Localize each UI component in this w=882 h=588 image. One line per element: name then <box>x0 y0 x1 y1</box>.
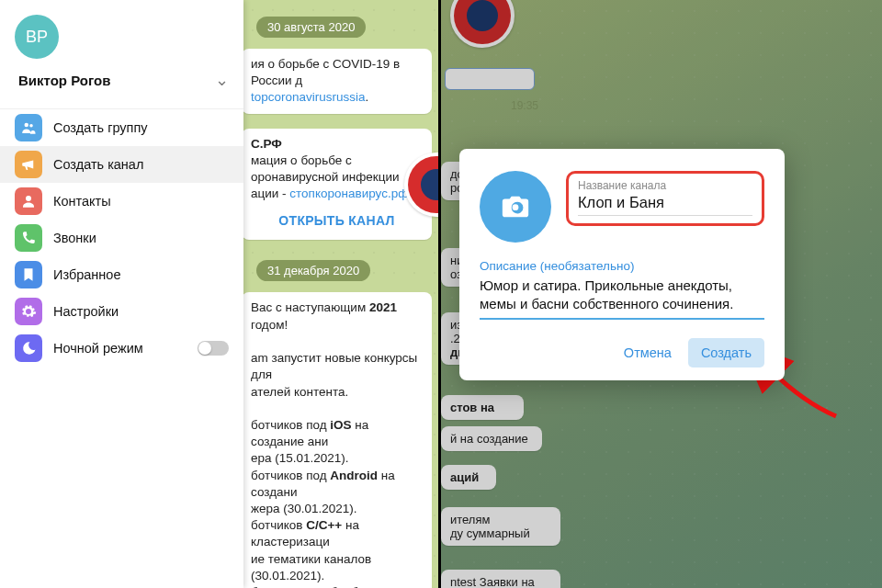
camera-icon <box>500 191 531 222</box>
channel-name-label: Название канала <box>578 179 752 192</box>
gear-icon <box>15 298 42 325</box>
channel-name-field-highlight: Название канала <box>566 171 764 226</box>
create-button[interactable]: Создать <box>688 338 764 368</box>
bold: Android <box>330 469 378 482</box>
sidebar-item-label: Ночной режим <box>53 341 143 356</box>
msg-text: годом! <box>251 318 288 332</box>
channel-name-input[interactable] <box>578 194 752 216</box>
date-chip: 30 августа 2020 <box>256 17 366 38</box>
sidebar-item-label: Создать канал <box>53 157 143 172</box>
sidebar-item-create-group[interactable]: Создать группу <box>0 109 243 146</box>
cancel-button[interactable]: Отмена <box>611 338 684 368</box>
sidebar-item-label: Создать группу <box>53 120 148 135</box>
user-name: Виктор Рогов <box>18 73 110 88</box>
msg-text: оронавирусной инфекции <box>251 170 400 184</box>
msg-text: ателей контента. <box>251 385 348 399</box>
message-bubble: С.РФ мация о борьбе с оронавирусной инфе… <box>242 129 432 241</box>
sidebar-item-label: Настройки <box>53 304 119 319</box>
group-icon <box>15 114 42 141</box>
msg-text: ботчиков <box>251 518 306 532</box>
night-mode-toggle[interactable] <box>198 341 229 356</box>
open-channel-button[interactable]: ОТКРЫТЬ КАНАЛ <box>251 203 423 233</box>
sidebar-item-label: Звонки <box>53 231 96 245</box>
create-channel-modal: Название канала Описание (необязательно)… <box>459 149 785 380</box>
msg-text: ботчиков под <box>251 469 330 482</box>
link[interactable]: topcoronavirusrussia <box>251 90 366 104</box>
msg-text: ботчиков под <box>251 418 330 432</box>
msg-text: жера (30.01.2021). <box>251 502 357 515</box>
channel-photo-button[interactable] <box>480 171 551 243</box>
bold: iOS <box>330 418 351 432</box>
year: 2021 <box>369 300 397 314</box>
sidebar-item-night-mode[interactable]: Ночной режим <box>0 330 243 367</box>
message-bubble: ия о борьбе с COVID-19 в России д topcor… <box>242 49 432 114</box>
sidebar-item-saved[interactable]: Избранное <box>0 256 243 293</box>
svg-point-0 <box>25 123 29 128</box>
sidebar-drawer: BP Виктор Рогов ⌄ Создать группу Создать… <box>0 0 243 588</box>
msg-text: am запустит новые конкурсы для <box>251 351 417 381</box>
bookmark-icon <box>15 261 42 288</box>
link[interactable]: стопкоронавирус.рф <box>289 187 408 200</box>
svg-point-3 <box>513 204 519 210</box>
sidebar-item-label: Контакты <box>53 194 111 209</box>
sidebar-item-settings[interactable]: Настройки <box>0 293 243 330</box>
channel-avatar <box>404 153 441 217</box>
msg-text: ие тематики каналов (30.01.2021). <box>251 552 371 582</box>
sidebar-item-create-channel[interactable]: Создать канал <box>0 146 243 183</box>
msg-text: Вас с наступающим <box>251 300 369 314</box>
msg-text: мация о борьбе с <box>251 153 352 167</box>
date-chip: 31 декабря 2020 <box>256 260 370 281</box>
account-switcher[interactable]: Виктор Рогов ⌄ <box>0 70 243 103</box>
phone-icon <box>15 224 42 252</box>
msg-text: ера (15.01.2021). <box>251 451 349 465</box>
channel-desc-input[interactable] <box>480 277 764 320</box>
msg-title: С.РФ <box>251 137 282 151</box>
user-avatar[interactable]: BP <box>15 15 59 59</box>
msg-text: ия о борьбе с COVID-19 в России д <box>251 57 400 87</box>
msg-text: ации - <box>251 187 289 200</box>
bold: C/C++ <box>306 518 342 532</box>
sidebar-item-contacts[interactable]: Контакты <box>0 183 243 220</box>
sidebar-item-calls[interactable]: Звонки <box>0 220 243 256</box>
sidebar-item-label: Избранное <box>53 267 120 282</box>
svg-point-2 <box>26 196 31 201</box>
megaphone-icon <box>15 151 42 178</box>
svg-point-1 <box>29 124 33 128</box>
chevron-down-icon: ⌄ <box>215 70 229 90</box>
moon-icon <box>15 334 42 362</box>
channel-desc-label: Описание (необязательно) <box>480 259 764 273</box>
person-icon <box>15 187 42 215</box>
message-bubble: Вас с наступающим 2021 годом! am запусти… <box>242 292 432 588</box>
